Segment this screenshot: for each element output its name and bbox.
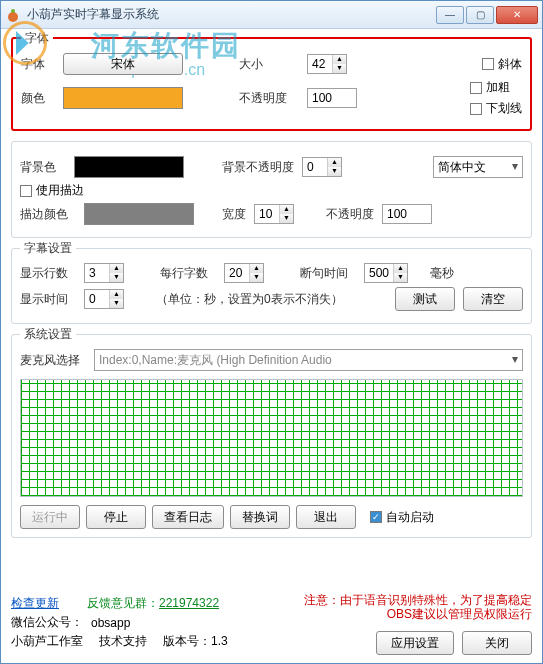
- exit-button[interactable]: 退出: [296, 505, 356, 529]
- italic-checkbox[interactable]: 斜体: [482, 56, 522, 73]
- showtime-label: 显示时间: [20, 291, 76, 308]
- outline-color-label: 描边颜色: [20, 206, 76, 223]
- outline-width-label: 宽度: [222, 206, 246, 223]
- running-button: 运行中: [20, 505, 80, 529]
- showtime-input[interactable]: 0▲▼: [84, 289, 124, 309]
- stop-button[interactable]: 停止: [86, 505, 146, 529]
- window-title: 小葫芦实时字幕显示系统: [27, 6, 436, 23]
- viewlog-button[interactable]: 查看日志: [152, 505, 224, 529]
- size-input[interactable]: 42▲▼: [307, 54, 347, 74]
- color-label: 颜色: [21, 90, 55, 107]
- note-line1: 注意：由于语音识别特殊性，为了提高稳定: [292, 593, 532, 607]
- size-label: 大小: [239, 56, 299, 73]
- test-button[interactable]: 测试: [395, 287, 455, 311]
- underline-checkbox[interactable]: 下划线: [470, 100, 522, 117]
- check-update-link[interactable]: 检查更新: [11, 595, 59, 612]
- bg-opacity-input[interactable]: 0▲▼: [302, 157, 342, 177]
- rows-input[interactable]: 3▲▼: [84, 263, 124, 283]
- outline-width-input[interactable]: 10▲▼: [254, 204, 294, 224]
- close-window-button[interactable]: ✕: [496, 6, 538, 24]
- outline-checkbox[interactable]: 使用描边: [20, 182, 84, 199]
- bg-color-label: 背景色: [20, 159, 66, 176]
- background-group: 背景色 背景不透明度 0▲▼ 简体中文 使用描边 描边颜色 宽度 10▲▼ 不透…: [11, 141, 532, 238]
- watermark-logo: [3, 21, 47, 65]
- subtitle-group: 字幕设置 显示行数 3▲▼ 每行字数 20▲▼ 断句时间 500▲▼ 毫秒 显示…: [11, 248, 532, 324]
- bg-opacity-label: 背景不透明度: [222, 159, 294, 176]
- language-select[interactable]: 简体中文: [433, 156, 523, 178]
- minimize-button[interactable]: —: [436, 6, 464, 24]
- break-label: 断句时间: [300, 265, 356, 282]
- close-button[interactable]: 关闭: [462, 631, 532, 655]
- svg-point-1: [11, 9, 15, 13]
- app-icon: [5, 7, 21, 23]
- opacity-label: 不透明度: [239, 90, 299, 107]
- wechat-value: obsapp: [91, 616, 130, 630]
- ms-label: 毫秒: [430, 265, 454, 282]
- subtitle-legend: 字幕设置: [20, 240, 76, 257]
- autostart-checkbox[interactable]: ✓自动启动: [370, 509, 434, 526]
- apply-button[interactable]: 应用设置: [376, 631, 454, 655]
- titlebar: 小葫芦实时字幕显示系统 — ▢ ✕: [1, 1, 542, 29]
- mic-label: 麦克风选择: [20, 352, 86, 369]
- wechat-label: 微信公众号：: [11, 614, 83, 631]
- opacity-input[interactable]: 100: [307, 88, 357, 108]
- system-legend: 系统设置: [20, 326, 76, 343]
- outline-opacity-label: 不透明度: [326, 206, 374, 223]
- feedback-link[interactable]: 221974322: [159, 596, 219, 610]
- studio-label: 小葫芦工作室: [11, 633, 83, 650]
- version-label: 版本号：1.3: [163, 633, 228, 650]
- feedback-label: 反馈意见群：221974322: [87, 595, 219, 612]
- waveform-display: [20, 379, 523, 497]
- font-select-button[interactable]: 宋体: [63, 53, 183, 75]
- support-label: 技术支持: [99, 633, 147, 650]
- clear-button[interactable]: 清空: [463, 287, 523, 311]
- system-group: 系统设置 麦克风选择 Index:0,Name:麦克风 (High Defini…: [11, 334, 532, 538]
- cols-label: 每行字数: [160, 265, 216, 282]
- maximize-button[interactable]: ▢: [466, 6, 494, 24]
- svg-point-0: [8, 12, 18, 22]
- color-swatch[interactable]: [63, 87, 183, 109]
- cols-input[interactable]: 20▲▼: [224, 263, 264, 283]
- break-input[interactable]: 500▲▼: [364, 263, 408, 283]
- outline-color-swatch[interactable]: [84, 203, 194, 225]
- bold-checkbox[interactable]: 加粗: [470, 79, 522, 96]
- mic-select[interactable]: Index:0,Name:麦克风 (High Definition Audio: [94, 349, 523, 371]
- replace-button[interactable]: 替换词: [230, 505, 290, 529]
- bg-color-swatch[interactable]: [74, 156, 184, 178]
- note-line2: OBS建议以管理员权限运行: [292, 607, 532, 621]
- outline-opacity-input[interactable]: 100: [382, 204, 432, 224]
- unit-hint: （单位：秒，设置为0表示不消失）: [156, 291, 343, 308]
- font-group: 字体 字体 宋体 大小 42▲▼ 斜体 颜色 不透明度 100 加粗 下划线: [11, 37, 532, 131]
- rows-label: 显示行数: [20, 265, 76, 282]
